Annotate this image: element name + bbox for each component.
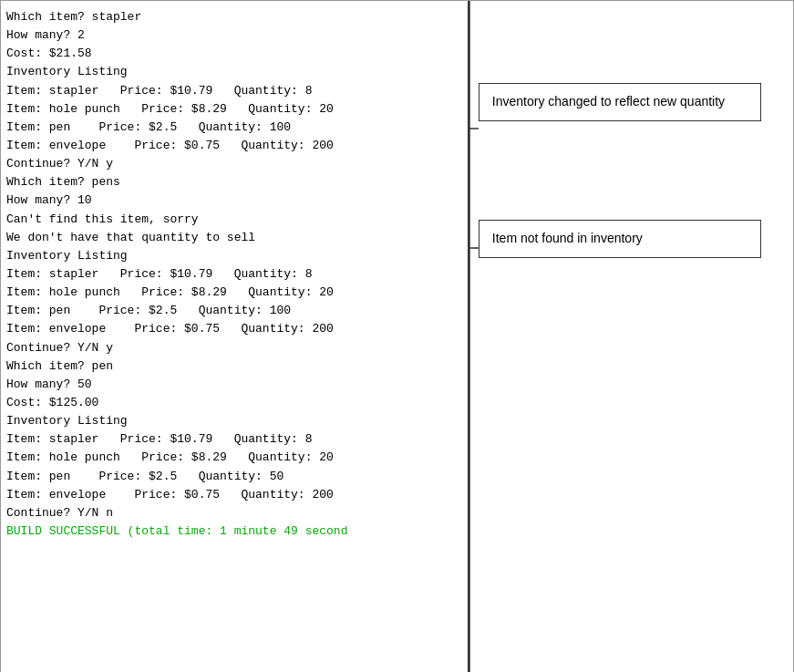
terminal-line: Item: hole punch Price: $8.29 Quantity: … xyxy=(6,102,334,116)
terminal-line: Continue? Y/N n xyxy=(6,506,113,520)
terminal-output: Which item? stapler How many? 2 Cost: $2… xyxy=(6,8,462,541)
terminal-line: Cost: $21.58 xyxy=(6,47,92,60)
terminal-line: How many? 2 xyxy=(6,28,85,42)
annotation-box-inventory-changed: Inventory changed to reflect new quantit… xyxy=(479,83,761,121)
terminal-line: How many? 10 xyxy=(6,193,92,207)
terminal-line: Item: envelope Price: $0.75 Quantity: 20… xyxy=(6,139,334,152)
annotation-text-2: Item not found in inventory xyxy=(492,231,643,245)
terminal-line: Item: hole punch Price: $8.29 Quantity: … xyxy=(6,450,334,464)
terminal-line: Item: pen Price: $2.5 Quantity: 100 xyxy=(6,304,291,317)
terminal-line: Item: stapler Price: $10.79 Quantity: 8 xyxy=(6,432,312,446)
terminal-line: How many? 50 xyxy=(6,377,92,391)
terminal-line: Item: hole punch Price: $8.29 Quantity: … xyxy=(6,285,334,299)
terminal-line: Which item? pens xyxy=(6,175,120,189)
terminal-line: Continue? Y/N y xyxy=(6,157,113,171)
terminal-line: Which item? pen xyxy=(6,359,113,373)
terminal-line: Cost: $125.00 xyxy=(6,396,98,409)
main-container: Which item? stapler How many? 2 Cost: $2… xyxy=(0,0,794,672)
terminal-line: Item: envelope Price: $0.75 Quantity: 20… xyxy=(6,488,334,501)
terminal-line: Item: envelope Price: $0.75 Quantity: 20… xyxy=(6,322,334,336)
annotation-text-1: Inventory changed to reflect new quantit… xyxy=(492,94,725,109)
terminal-line: Inventory Listing xyxy=(6,249,128,263)
terminal-line: BUILD SUCCESSFUL (total time: 1 minute 4… xyxy=(6,524,347,538)
terminal-line: Item: pen Price: $2.5 Quantity: 100 xyxy=(6,120,291,134)
annotations-panel: Inventory changed to reflect new quantit… xyxy=(469,1,793,672)
terminal-line: Continue? Y/N y xyxy=(6,341,113,355)
terminal-line: Item: stapler Price: $10.79 Quantity: 8 xyxy=(6,267,312,281)
terminal-line: We don't have that quantity to sell xyxy=(6,231,255,244)
annotation-box-item-not-found: Item not found in inventory xyxy=(479,220,761,258)
terminal-line: Inventory Listing xyxy=(6,65,128,78)
terminal-line: Item: stapler Price: $10.79 Quantity: 8 xyxy=(6,84,312,98)
terminal-line: Which item? stapler xyxy=(6,10,141,24)
terminal-line: Inventory Listing xyxy=(6,414,128,428)
terminal-line: Item: pen Price: $2.5 Quantity: 50 xyxy=(6,470,284,483)
terminal-panel: Which item? stapler How many? 2 Cost: $2… xyxy=(1,1,469,672)
terminal-line: Can't find this item, sorry xyxy=(6,212,199,226)
